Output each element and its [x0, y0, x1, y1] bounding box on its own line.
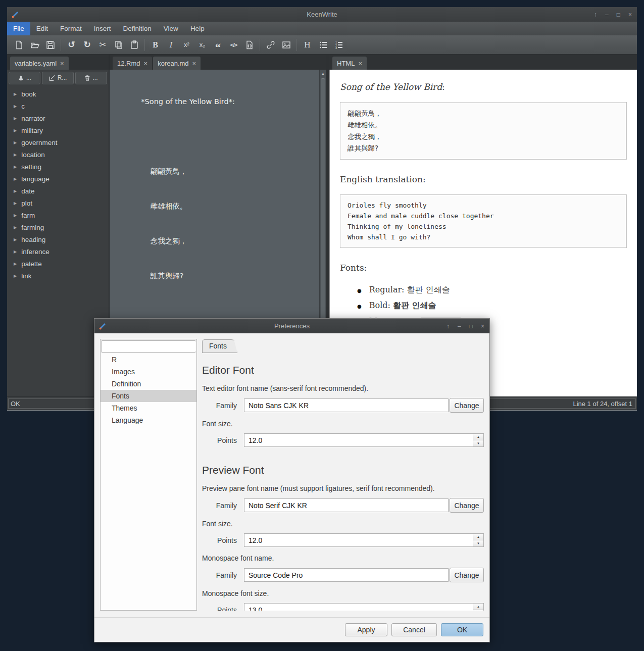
paste-icon[interactable]	[126, 37, 142, 53]
numbered-list-icon[interactable]: 123	[331, 37, 346, 53]
settings-nav-item[interactable]: Images	[101, 366, 196, 378]
tree-item[interactable]: ▶ farm	[7, 209, 109, 221]
tree-item[interactable]: ▶ plot	[7, 197, 109, 209]
bullet-list-icon[interactable]	[315, 37, 331, 53]
spinner-up-button[interactable]: ▲	[473, 604, 483, 610]
spinner-down-button[interactable]: ▼	[473, 540, 483, 546]
apply-button[interactable]: Apply	[345, 623, 387, 636]
minimize-icon[interactable]: –	[605, 12, 609, 18]
cut-icon[interactable]: ✂	[95, 37, 111, 53]
chevron-right-icon[interactable]: ▶	[14, 274, 17, 278]
link-icon[interactable]	[263, 37, 278, 53]
chevron-right-icon[interactable]: ▶	[14, 140, 17, 145]
italic-icon[interactable]: I	[163, 37, 179, 53]
title-bar[interactable]: KeenWrite ↑ – □ ×	[7, 7, 637, 22]
tree-view-button[interactable]: ...	[9, 72, 40, 84]
chevron-right-icon[interactable]: ▶	[14, 189, 17, 193]
menu-item[interactable]: File	[7, 22, 30, 35]
close-icon[interactable]: ×	[192, 60, 196, 67]
restore-icon[interactable]: ↑	[447, 323, 450, 329]
ok-button[interactable]: OK	[441, 623, 483, 636]
chevron-right-icon[interactable]: ▶	[14, 92, 17, 96]
blockquote-icon[interactable]: “	[210, 37, 226, 53]
chevron-right-icon[interactable]: ▶	[14, 237, 17, 242]
close-icon[interactable]: ×	[628, 12, 632, 18]
scroll-up-icon[interactable]: ▲	[320, 70, 326, 77]
minimize-icon[interactable]: –	[458, 323, 461, 329]
preview-font-change-button[interactable]: Change	[450, 498, 484, 513]
close-icon[interactable]: ×	[144, 60, 148, 67]
settings-nav-item[interactable]: Definition	[101, 378, 196, 390]
maximize-icon[interactable]: □	[617, 12, 620, 18]
tree-item[interactable]: ▶ date	[7, 185, 109, 197]
mono-font-family-field[interactable]	[244, 568, 449, 582]
menu-item[interactable]: Insert	[88, 22, 117, 35]
cancel-button[interactable]: Cancel	[391, 623, 437, 636]
tree-item[interactable]: ▶ narrator	[7, 112, 109, 124]
superscript-icon[interactable]: x²	[179, 37, 194, 53]
tree-item[interactable]: ▶ heading	[7, 233, 109, 245]
tree-item[interactable]: ▶ book	[7, 88, 109, 100]
chevron-right-icon[interactable]: ▶	[14, 153, 17, 157]
spinner-down-button[interactable]: ▼	[473, 440, 483, 446]
restore-icon[interactable]: ↑	[594, 12, 597, 18]
chevron-right-icon[interactable]: ▶	[14, 104, 17, 109]
delete-definition-button[interactable]: ...	[75, 72, 107, 84]
chevron-right-icon[interactable]: ▶	[14, 165, 17, 169]
menu-item[interactable]: Definition	[117, 22, 158, 35]
tree-item[interactable]: ▶ military	[7, 124, 109, 136]
settings-nav-item[interactable]: Themes	[101, 402, 196, 414]
tree-item[interactable]: ▶ palette	[7, 258, 109, 270]
heading-icon[interactable]: H	[300, 37, 315, 53]
save-file-icon[interactable]	[42, 37, 58, 53]
chevron-right-icon[interactable]: ▶	[14, 249, 17, 254]
rename-definition-button[interactable]: R...	[42, 72, 74, 84]
tree-item[interactable]: ▶ inference	[7, 245, 109, 258]
chevron-right-icon[interactable]: ▶	[14, 128, 17, 133]
preview-font-points-field[interactable]	[244, 533, 484, 547]
tree-item[interactable]: ▶ language	[7, 173, 109, 185]
tree-item[interactable]: ▶ government	[7, 136, 109, 148]
tree-item[interactable]: ▶ location	[7, 148, 109, 161]
redo-icon[interactable]: ↻	[79, 37, 95, 53]
editor-font-change-button[interactable]: Change	[450, 398, 484, 413]
settings-search-box[interactable]	[102, 340, 195, 353]
chevron-right-icon[interactable]: ▶	[14, 201, 17, 206]
code-icon[interactable]: </>	[226, 37, 241, 53]
tab-variables-yaml[interactable]: variables.yaml ×	[10, 57, 69, 70]
editor-tab[interactable]: korean.md ×	[153, 57, 201, 70]
image-icon[interactable]	[278, 37, 294, 53]
chevron-right-icon[interactable]: ▶	[14, 262, 17, 266]
code-file-icon[interactable]	[241, 37, 257, 53]
tree-item[interactable]: ▶ link	[7, 270, 109, 282]
scrollbar-thumb[interactable]	[321, 78, 325, 322]
editor-tab[interactable]: 12.Rmd ×	[113, 57, 152, 70]
spinner-up-button[interactable]: ▲	[473, 434, 483, 440]
preview-font-family-field[interactable]	[244, 498, 449, 512]
spinner-down-button[interactable]: ▼	[473, 610, 483, 611]
copy-icon[interactable]	[111, 37, 126, 53]
chevron-right-icon[interactable]: ▶	[14, 225, 17, 230]
settings-nav-item[interactable]: R	[101, 354, 196, 366]
chevron-right-icon[interactable]: ▶	[14, 116, 17, 121]
menu-item[interactable]: View	[158, 22, 184, 35]
tree-item[interactable]: ▶ setting	[7, 161, 109, 173]
tree-item[interactable]: ▶ farming	[7, 221, 109, 233]
dialog-title-bar[interactable]: Preferences ↑ – □ ×	[94, 319, 489, 333]
settings-nav-item[interactable]: Fonts	[101, 390, 196, 402]
maximize-icon[interactable]: □	[469, 323, 473, 329]
menu-item[interactable]: Help	[184, 22, 211, 35]
spinner-up-button[interactable]: ▲	[473, 534, 483, 540]
mono-font-change-button[interactable]: Change	[450, 568, 484, 582]
subscript-icon[interactable]: x₂	[194, 37, 210, 53]
chevron-right-icon[interactable]: ▶	[14, 177, 17, 181]
settings-nav-item[interactable]: Language	[101, 414, 196, 426]
tab-html[interactable]: HTML ×	[332, 57, 367, 70]
menu-item[interactable]: Format	[54, 22, 88, 35]
chevron-right-icon[interactable]: ▶	[14, 213, 17, 218]
editor-font-points-field[interactable]	[244, 433, 484, 447]
settings-search-input[interactable]	[107, 341, 195, 352]
menu-item[interactable]: Edit	[30, 22, 54, 35]
new-file-icon[interactable]	[11, 37, 27, 53]
open-file-icon[interactable]	[27, 37, 42, 53]
